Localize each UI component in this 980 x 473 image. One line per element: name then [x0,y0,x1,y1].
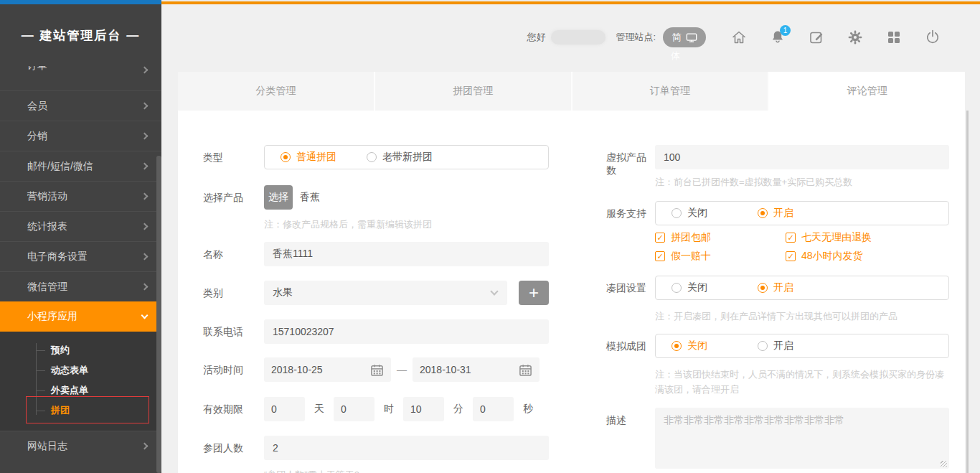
radio-label: 老带新拼团 [382,151,433,164]
add-category-button[interactable]: + [519,281,549,305]
phone-input[interactable] [264,319,549,344]
sidebar-item-label: 订单 [27,66,47,72]
checkbox-fake-one-pay-ten[interactable]: 假一赔十 [655,250,786,263]
tab-category-management[interactable]: 分类管理 [178,72,375,111]
apps-grid-icon[interactable] [885,29,903,46]
tab-review-management[interactable]: 评论管理 [769,72,965,111]
participants-note: “参团人数”需大于等于2 [264,467,549,473]
tab-order-management[interactable]: 订单管理 [573,72,770,111]
end-date-input[interactable]: 2018-10-31 [413,357,540,382]
description-textarea[interactable]: 非常非常非常非常非常非常非常非常非常 [655,408,949,469]
submenu-item-booking[interactable]: 预约 [0,340,161,360]
radio-simulate-off[interactable]: 关闭 [672,339,758,352]
sidebar-item-label: 统计报表 [27,220,67,233]
site-label: 管理站点: [616,31,656,44]
field-activity-time: 活动时间 2018-10-25 [203,357,549,382]
category-value: 水果 [273,286,293,299]
select-product-button[interactable]: 选择 [264,185,293,210]
sidebar-item-members[interactable]: 会员 [0,90,161,121]
selected-product-name: 香蕉 [300,191,320,204]
unit-minutes: 分 [453,403,463,416]
gather-note: 注：开启凑团，则在产品详情下方出现其他可以拼团的产品 [655,309,949,324]
start-date-input[interactable]: 2018-10-25 [264,357,391,382]
category-select[interactable]: 水果 [264,281,507,305]
checkbox-7day-return[interactable]: 七天无理由退换 [786,231,949,244]
validity-minutes-input[interactable] [403,397,444,421]
radio-referral-groupbuy[interactable]: 老带新拼团 [367,151,433,164]
sidebar-item-label: 微信管理 [27,281,67,294]
submenu-item-label: 外卖点单 [51,384,88,397]
chevron-right-icon [141,193,149,200]
field-label: 名称 [203,242,264,266]
radio-gather-off[interactable]: 关闭 [672,281,758,294]
compose-icon[interactable] [808,29,825,46]
home-icon[interactable] [730,29,748,46]
unit-days: 天 [314,403,324,416]
field-label: 类别 [203,281,264,305]
sidebar-item-clipped[interactable]: 订单 [0,66,161,90]
virtual-count-input[interactable] [655,145,949,169]
chevron-right-icon [141,223,149,230]
validity-hours-input[interactable] [334,397,374,421]
sidebar-item-distribution[interactable]: 分销 [0,121,161,151]
panel-scrollbar[interactable] [966,111,969,473]
tab-label: 订单管理 [650,85,690,98]
checkbox-label: 假一赔十 [671,250,711,263]
sidebar-item-reports[interactable]: 统计报表 [0,211,161,241]
submenu-item-dynamic-form[interactable]: 动态表单 [0,360,161,380]
sidebar-item-marketing[interactable]: 营销活动 [0,181,161,211]
tab-groupbuy-management[interactable]: 拼团管理 [375,72,573,111]
greeting-text: 您好 [527,31,545,44]
sidebar-item-miniprogram-apps[interactable]: 小程序应用 [0,301,161,332]
checkbox-label: 拼团包邮 [671,231,711,244]
tab-label: 分类管理 [255,85,296,98]
field-category: 类别 水果 + [203,281,549,305]
content-panel: 类型 普通拼团 老带新拼团 [178,111,965,473]
participants-input[interactable] [264,436,549,460]
sidebar-item-wechat-management[interactable]: 微信管理 [0,271,161,301]
form-right-column: 虚拟产品数 注：前台已拼团件数=虚拟数量+实际已购买总数 服务支持 关闭 [606,145,949,472]
radio-service-off[interactable]: 关闭 [672,207,758,220]
radio-simulate-on[interactable]: 开启 [758,339,793,352]
submenu-item-groupbuy[interactable]: 拼团 [0,401,161,421]
settings-gear-icon[interactable] [847,29,864,46]
field-service-support: 服务支持 关闭 开启 [606,201,949,263]
sidebar-item-label: 营销活动 [27,190,67,203]
sidebar-item-mail-sms-wechat[interactable]: 邮件/短信/微信 [0,151,161,181]
radio-service-on[interactable]: 开启 [758,207,793,220]
field-validity: 有效期限 天 时 分 秒 [203,397,549,421]
radio-label: 关闭 [687,207,707,220]
field-participants: 参团人数 “参团人数”需大于等于2 [203,436,549,473]
field-label: 参团人数 [203,436,264,473]
checkbox-48h-shipping[interactable]: 48小时内发货 [786,250,949,263]
checkbox-label: 48小时内发货 [801,250,863,263]
sidebar-scrollbar[interactable] [156,156,161,473]
language-primary: 简 [672,31,682,44]
power-icon[interactable] [924,29,941,46]
radio-normal-groupbuy[interactable]: 普通拼团 [281,151,367,164]
field-type: 类型 普通拼团 老带新拼团 [203,145,549,169]
language-switch[interactable]: 简 体 [663,27,706,47]
checkbox-free-shipping[interactable]: 拼团包邮 [655,231,786,244]
field-label: 活动时间 [203,357,264,382]
product-note: 注：修改产品规格后，需重新编辑该拼团 [264,217,549,232]
submenu-item-label: 动态表单 [51,364,88,377]
validity-days-input[interactable] [264,397,305,421]
field-phone: 联系电话 [203,319,549,344]
sidebar-item-site-logs[interactable]: 网站日志 [0,431,161,461]
radio-unselected-icon [672,283,682,293]
chevron-right-icon [141,443,149,450]
validity-seconds-input[interactable] [473,397,514,421]
virtual-count-note: 注：前台已拼团件数=虚拟数量+实际已购买总数 [655,174,949,189]
notifications-bell-icon[interactable]: 1 [769,29,786,46]
calendar-icon [519,363,532,377]
radio-unselected-icon [367,152,377,162]
submenu-item-takeout-order[interactable]: 外卖点单 [0,380,161,401]
radio-label: 关闭 [687,339,707,352]
sidebar-item-ecommerce-settings[interactable]: 电子商务设置 [0,241,161,271]
radio-gather-on[interactable]: 开启 [758,281,793,294]
field-label: 服务支持 [606,201,655,263]
radio-label: 关闭 [687,281,707,294]
radio-selected-icon [281,152,291,162]
name-input[interactable] [264,242,549,266]
